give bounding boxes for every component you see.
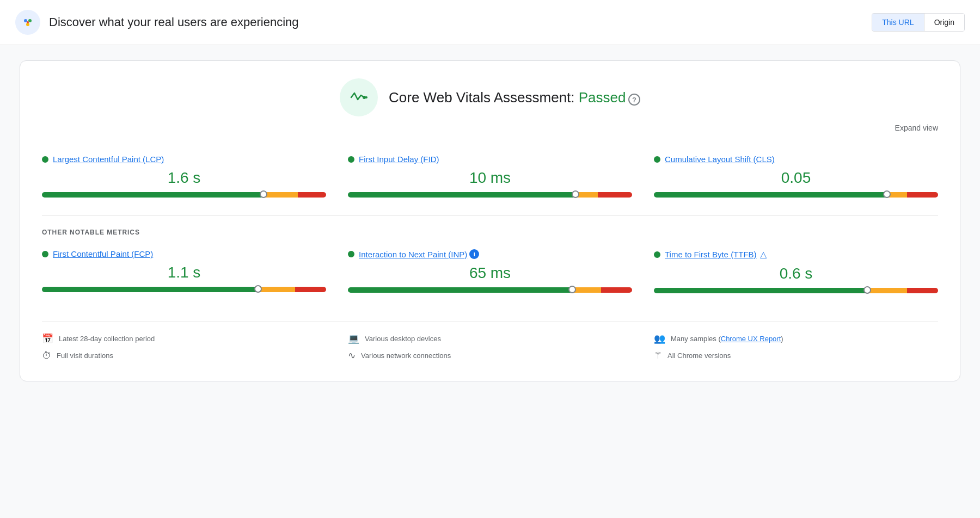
bar-orange (264, 192, 298, 198)
green-dot (42, 156, 48, 163)
url-origin-toggle[interactable]: This URL Origin (872, 13, 965, 32)
metric-value: 10 ms (348, 169, 632, 187)
logo-icon (15, 10, 40, 35)
footer-icon: ⏱ (42, 350, 51, 361)
svg-point-2 (28, 19, 32, 22)
bar-marker (572, 190, 579, 198)
crux-link[interactable]: Chrome UX Report (721, 335, 781, 343)
this-url-button[interactable]: This URL (872, 14, 924, 31)
footer-text: Full visit durations (57, 351, 113, 360)
bar-red (298, 192, 326, 198)
footer-text: All Chrome versions (667, 351, 731, 360)
cwv-header: Core Web Vitals Assessment: Passed ? (42, 78, 938, 116)
metric-item-lcp: Largest Contentful Paint (LCP) 1.6 s (42, 144, 326, 211)
cwv-icon (340, 78, 378, 116)
metric-name[interactable]: Cumulative Layout Shift (CLS) (665, 155, 775, 164)
bar-red (601, 287, 632, 293)
metric-bar-container (654, 192, 938, 198)
metric-name-row: First Contentful Paint (FCP) (53, 249, 153, 258)
divider (42, 215, 938, 215)
metric-bar-container (348, 192, 632, 198)
core-metrics-grid: Largest Contentful Paint (LCP) 1.6 s Fir… (42, 144, 938, 211)
bar-green (654, 192, 887, 198)
bar-orange (572, 287, 601, 293)
metric-bar (42, 192, 326, 198)
origin-button[interactable]: Origin (924, 14, 964, 31)
bar-marker (254, 285, 262, 293)
bar-green (42, 287, 258, 292)
bar-green (348, 287, 572, 293)
bar-red (907, 192, 938, 198)
green-dot (654, 251, 660, 258)
metric-label: Largest Contentful Paint (LCP) (42, 155, 326, 164)
page-title: Discover what your real users are experi… (49, 15, 299, 29)
metric-name[interactable]: Time to First Byte (TTFB) (665, 250, 757, 259)
metric-name[interactable]: First Contentful Paint (FCP) (53, 249, 153, 258)
metric-item-ttfb: Time to First Byte (TTFB)△ 0.6 s (654, 238, 938, 306)
footer-item: 💻Various desktop devices (348, 333, 632, 344)
metric-item-fid: First Input Delay (FID) 10 ms (348, 144, 632, 211)
cwv-title: Core Web Vitals Assessment: Passed ? (389, 89, 640, 106)
metric-item-fcp: First Contentful Paint (FCP) 1.1 s (42, 238, 326, 306)
metric-bar (654, 288, 938, 293)
metric-value: 65 ms (348, 264, 632, 282)
bar-marker (260, 190, 267, 198)
footer-item: 📅Latest 28-day collection period (42, 333, 326, 344)
info-badge-icon[interactable]: i (469, 249, 479, 259)
metric-name[interactable]: First Input Delay (FID) (359, 155, 439, 164)
expand-link[interactable]: Expand view (895, 124, 938, 132)
metric-bar (348, 287, 632, 293)
bar-marker (883, 190, 891, 198)
metric-value: 1.6 s (42, 169, 326, 187)
footer-icon: ⚚ (654, 350, 662, 361)
metric-label: Time to First Byte (TTFB)△ (654, 249, 938, 260)
flask-icon: △ (760, 249, 767, 260)
metric-value: 0.05 (654, 169, 938, 187)
bar-red (907, 288, 938, 293)
bar-green (348, 192, 575, 198)
metric-name[interactable]: Largest Contentful Paint (LCP) (53, 155, 164, 164)
metric-label: First Contentful Paint (FCP) (42, 249, 326, 258)
metric-label: Interaction to Next Paint (INP)i (348, 249, 632, 259)
footer-icon: 📅 (42, 333, 53, 344)
header-left: Discover what your real users are experi… (15, 10, 299, 35)
footer-item: ⏱Full visit durations (42, 350, 326, 361)
metric-item-inp: Interaction to Next Paint (INP)i 65 ms (348, 238, 632, 306)
bar-red (598, 192, 632, 198)
main-content: Core Web Vitals Assessment: Passed ? Exp… (0, 45, 980, 397)
bar-red (295, 287, 326, 292)
metric-label: First Input Delay (FID) (348, 155, 632, 164)
metric-bar-container (42, 287, 326, 292)
footer-item: ∿Various network connections (348, 350, 632, 361)
cwv-card: Core Web Vitals Assessment: Passed ? Exp… (20, 60, 960, 381)
bar-orange (258, 287, 295, 292)
expand-view: Expand view (42, 123, 938, 133)
header: Discover what your real users are experi… (0, 0, 980, 45)
footer: 📅Latest 28-day collection period💻Various… (42, 322, 938, 361)
footer-item: ⚚All Chrome versions (654, 350, 938, 361)
svg-point-6 (365, 96, 367, 98)
footer-text: Various desktop devices (365, 335, 441, 343)
metric-bar-container (42, 192, 326, 198)
metric-name-row: Largest Contentful Paint (LCP) (53, 155, 164, 164)
green-dot (42, 251, 48, 257)
bar-marker (863, 286, 871, 294)
metric-bar-container (654, 288, 938, 293)
metric-name-row: Time to First Byte (TTFB)△ (665, 249, 767, 260)
green-dot (348, 156, 354, 163)
green-dot (348, 251, 354, 257)
other-metrics-label: OTHER NOTABLE METRICS (42, 229, 938, 236)
metric-item-cls: Cumulative Layout Shift (CLS) 0.05 (654, 144, 938, 211)
footer-item: 👥Many samples (Chrome UX Report) (654, 333, 938, 344)
cwv-info-icon[interactable]: ? (628, 94, 640, 106)
metric-label: Cumulative Layout Shift (CLS) (654, 155, 938, 164)
footer-text: Latest 28-day collection period (59, 335, 155, 343)
svg-point-4 (27, 21, 29, 23)
metric-name[interactable]: Interaction to Next Paint (INP) (359, 250, 467, 259)
metric-name-row: Interaction to Next Paint (INP)i (359, 249, 479, 259)
metric-bar (654, 192, 938, 198)
metric-value: 0.6 s (654, 265, 938, 282)
bar-orange (867, 288, 907, 293)
footer-text: Many samples (Chrome UX Report) (671, 335, 783, 343)
footer-text: Various network connections (361, 351, 451, 360)
